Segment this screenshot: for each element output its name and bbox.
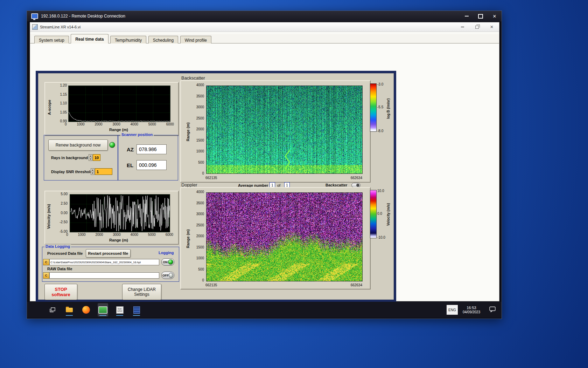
raw-logging-toggle[interactable]: OFF xyxy=(161,272,174,279)
doppler-x-start-label: 662135 xyxy=(205,283,217,287)
clock-time: 16:53 xyxy=(463,305,480,310)
colorbar-tick: -8.0 xyxy=(377,129,383,133)
tick-label: 3000 xyxy=(113,233,121,237)
tab-real-time-data[interactable]: Real time data xyxy=(71,34,108,43)
streamline-session-button[interactable] xyxy=(98,303,108,316)
rdp-close-button[interactable]: ✕ xyxy=(488,11,502,21)
remote-desktop-icon xyxy=(31,13,38,19)
ascope-x-ticks: 0100020003000400050006000 xyxy=(65,123,174,126)
change-lidar-settings-button[interactable]: Change LiDAR Settings xyxy=(122,284,161,300)
tick-label: 3000 xyxy=(196,212,204,216)
spinner-up-icon[interactable]: ▲ xyxy=(89,155,92,158)
app-restore-button[interactable] xyxy=(470,22,484,32)
tick-label: 3000 xyxy=(196,105,204,109)
tick-label: 1500 xyxy=(196,246,204,249)
renew-background-button[interactable]: Renew background now xyxy=(48,139,108,151)
data-logging-group: Data Logging Processed Data file Restart… xyxy=(42,247,179,282)
tick-label: 500 xyxy=(198,161,204,164)
scan-scheduler-button[interactable]: Scansched xyxy=(114,303,125,316)
rdp-minimize-button[interactable] xyxy=(460,11,474,21)
tick-label: 1000 xyxy=(196,257,204,260)
processed-drive-select-button[interactable]: C xyxy=(43,259,49,265)
doppler-colorbar xyxy=(370,190,377,238)
snr-value-field[interactable]: 1 xyxy=(95,168,112,175)
rdp-titlebar[interactable]: 192.168.0.122 - Remote Desktop Connectio… xyxy=(27,11,502,21)
task-view-icon xyxy=(49,307,56,313)
rays-in-background-label: Rays in background xyxy=(51,156,88,160)
ascope-y-axis-label: A-scope xyxy=(47,93,51,121)
data-viewer-button[interactable] xyxy=(131,303,142,316)
tick-label: 500 xyxy=(198,268,204,271)
velocity-plot-canvas xyxy=(70,194,170,232)
scanner-position-title: Scanner position xyxy=(120,132,154,137)
tick-label: 1.15 xyxy=(60,93,67,96)
app-titlebar[interactable]: StreamLine XR v14-6.vi ✕ xyxy=(30,22,499,32)
spinner-down-icon[interactable]: ▼ xyxy=(89,158,92,161)
language-indicator[interactable]: ENG xyxy=(447,305,458,315)
streamline-session-icon xyxy=(98,306,107,314)
taskbar-icons: Scansched xyxy=(47,302,142,318)
velocity-y-axis-label: Velocity (m/s) xyxy=(47,199,51,234)
tab-temp-humidity[interactable]: Temp/humidity xyxy=(110,36,146,44)
app-window-controls: ✕ xyxy=(455,22,499,32)
scanner-position-group: Scanner position AZ 078.986 EL 000.096 xyxy=(118,135,178,180)
tab-system-setup[interactable]: System setup xyxy=(34,36,69,44)
doppler-colorbar-label: Velocity (m/s) xyxy=(386,194,390,234)
firefox-button[interactable] xyxy=(81,303,91,316)
spinner-up-icon[interactable]: ▲ xyxy=(91,169,94,172)
backscatter-x-end-label: 662634 xyxy=(331,176,362,180)
raw-drive-select-button[interactable]: C xyxy=(43,272,49,279)
background-controls-group: Renew background now Rays in background … xyxy=(44,135,118,180)
snr-spinner[interactable]: ▲▼ xyxy=(91,168,94,175)
rdp-maximize-button[interactable] xyxy=(474,11,488,21)
tick-label: 0 xyxy=(202,172,204,175)
raw-data-file-path[interactable] xyxy=(49,272,159,279)
ascope-y-ticks: 1.201.151.101.050.99 xyxy=(56,84,67,123)
rdp-window: 192.168.0.122 - Remote Desktop Connectio… xyxy=(27,11,502,319)
task-view-button[interactable] xyxy=(47,303,58,316)
processed-data-file-label: Processed Data file xyxy=(47,251,83,255)
azimuth-value-field[interactable]: 078.986 xyxy=(136,144,167,154)
tick-label: 5000 xyxy=(148,123,156,126)
logging-off-led xyxy=(169,273,173,278)
tab-scheduling[interactable]: Scheduling xyxy=(148,36,178,44)
toggle-off-label: OFF xyxy=(162,274,169,277)
file-explorer-button[interactable] xyxy=(64,303,75,316)
app-minimize-button[interactable] xyxy=(455,22,470,32)
processed-logging-toggle[interactable]: ON xyxy=(161,258,174,266)
taskbar-clock[interactable]: 16:53 04/09/2023 xyxy=(463,305,480,314)
tab-strip: System setup Real time data Temp/humidit… xyxy=(30,34,499,43)
tick-label: 1500 xyxy=(196,139,204,142)
tick-label: 1.20 xyxy=(60,84,67,87)
real-time-data-panel: A-scope 1.201.151.101.050.99 01000200030… xyxy=(36,71,396,302)
running-indicator xyxy=(66,315,73,316)
rays-spinner[interactable]: ▲▼ xyxy=(89,154,92,161)
processed-data-file-path[interactable]: C:\Lidar\Data\Proc\2023\202309\20230904\… xyxy=(49,259,159,265)
taskbar: Scansched ENG 16:53 04/09/2023 xyxy=(27,302,502,318)
doppler-x-end-label: 662634 xyxy=(331,283,362,287)
close-icon: ✕ xyxy=(493,14,497,19)
tick-label: 4000 xyxy=(196,190,204,194)
restart-processed-file-button[interactable]: Restart processed file xyxy=(86,249,131,258)
raw-data-file-label: RAW Data file xyxy=(47,267,72,271)
app-close-button[interactable]: ✕ xyxy=(484,22,499,32)
tick-label: 6000 xyxy=(166,233,173,237)
tab-wind-profile[interactable]: Wind profile xyxy=(180,36,211,44)
stop-button-line2: software xyxy=(51,292,70,297)
tick-label: 0 xyxy=(202,279,204,282)
spinner-down-icon[interactable]: ▼ xyxy=(91,172,94,175)
restore-icon xyxy=(475,26,479,29)
tick-label: 2.50 xyxy=(61,202,68,205)
stop-button-line1: STOP xyxy=(55,287,67,292)
close-icon: ✕ xyxy=(490,25,493,29)
firefox-icon xyxy=(82,306,90,314)
tick-label: 2500 xyxy=(196,117,204,120)
stop-software-button[interactable]: STOP software xyxy=(44,284,77,300)
elevation-value-field[interactable]: 000.096 xyxy=(136,160,167,170)
tick-label: 2000 xyxy=(94,123,102,126)
tick-label: 0.00 xyxy=(61,211,68,215)
tick-label: 5.00 xyxy=(61,192,68,196)
rays-value-field[interactable]: 10 xyxy=(93,154,100,161)
notification-center-button[interactable] xyxy=(489,306,496,314)
tick-label: 4000 xyxy=(131,233,138,237)
